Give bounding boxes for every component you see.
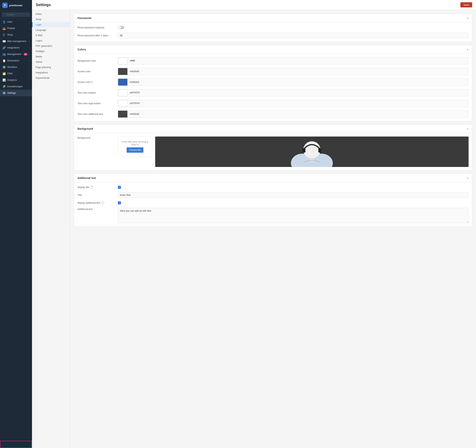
reset-regularly-toggle[interactable]: [118, 26, 124, 29]
display-title-checkbox[interactable]: ✓: [118, 186, 121, 189]
reset-days-input[interactable]: [118, 33, 469, 39]
page-title: Settings: [36, 3, 51, 7]
colors-title: Colors: [78, 48, 86, 51]
integrations-icon: 🔗: [2, 46, 6, 49]
search-container: 🔍: [0, 11, 32, 19]
sidebar-item-analytics[interactable]: 📊 Analytics ›: [0, 77, 32, 83]
passwords-section-header[interactable]: Passwords ∧: [74, 14, 472, 22]
sub-nav-page-planning[interactable]: Page planning: [32, 65, 70, 70]
sub-nav-logos[interactable]: Logos: [32, 38, 70, 43]
sub-nav-editor[interactable]: Editor: [32, 11, 70, 17]
search-input[interactable]: [2, 12, 30, 17]
display-additional-checkbox[interactable]: ✓: [118, 201, 121, 205]
background-section: Background ∧ Background Insert files her…: [74, 124, 472, 171]
sub-nav-experimental[interactable]: Experimental: [32, 75, 70, 81]
sub-nav-integrations[interactable]: Integrations: [32, 70, 70, 75]
chevron-right-icon: ›: [29, 79, 30, 81]
chevron-right-icon: ›: [29, 47, 30, 49]
accent-color-swatch: [118, 68, 128, 75]
save-button[interactable]: Save: [460, 2, 472, 7]
display-title-help-icon[interactable]: ?: [90, 186, 93, 189]
additional-text-section-header[interactable]: Additional text ∧: [74, 174, 472, 182]
sidebar-item-user[interactable]: 👤 User ›: [0, 19, 32, 25]
sidebar: P printformer 🔍 👤 User › 📤 Publish › 🛒 S…: [0, 0, 32, 448]
erweiterungen-icon: 🧩: [2, 85, 6, 88]
sub-nav-login[interactable]: Login: [32, 22, 70, 27]
chevron-right-icon: ›: [29, 27, 30, 29]
mail-icon: ✉️: [2, 40, 6, 43]
chevron-right-icon: ›: [29, 53, 30, 55]
sub-nav-shop[interactable]: Shop: [32, 17, 70, 22]
colors-section-header[interactable]: Colors ∧: [74, 45, 472, 54]
bg-color-row: Background color #ffffff: [78, 57, 469, 65]
sub-nav-language[interactable]: Language: [32, 27, 70, 33]
sub-nav-email[interactable]: E-Mail: [32, 33, 70, 38]
additional-text-textarea[interactable]: Here you can add an info text.: [118, 208, 469, 223]
passwords-collapse-icon: ∧: [467, 17, 469, 20]
svg-point-3: [303, 141, 320, 158]
text-textbox-display[interactable]: #FFFFFF: [118, 89, 469, 96]
text-login-btn-value: #FFFFFF: [128, 102, 142, 105]
settings-content: Passwords ∧ Reset password regularly Res…: [70, 10, 476, 448]
analytics-icon: 📊: [2, 78, 6, 82]
workflow-icon: ⚙️: [2, 66, 6, 69]
sidebar-item-declaration[interactable]: 📋 Declaration ›: [0, 57, 32, 64]
colors-section-body: Background color #ffffff Accent color #4…: [74, 54, 472, 121]
svg-rect-6: [310, 158, 314, 162]
text-textbox-label: Text color textbox: [78, 91, 116, 94]
sidebar-item-label: CMS: [7, 72, 28, 75]
sidebar-item-settings[interactable]: ⚙️ Settings: [0, 90, 32, 96]
additional-text-section: Additional text ∧ display title ? ✓: [74, 174, 472, 227]
additional-text-collapse-icon: ∧: [467, 177, 469, 179]
accent-color-label: Accent color: [78, 70, 116, 73]
colors-collapse-icon: ∧: [467, 48, 469, 51]
background-title: Background: [78, 127, 93, 130]
accent-color-display[interactable]: #454545: [118, 68, 469, 75]
text-textbox-value: #FFFFFF: [128, 91, 142, 94]
topbar: Settings Save: [32, 0, 476, 10]
sidebar-item-integrations[interactable]: 🔗 Integrations ›: [0, 44, 32, 51]
display-additional-help-icon[interactable]: ?: [101, 201, 104, 205]
chevron-right-icon: ›: [29, 34, 30, 36]
chevron-right-icon: ›: [29, 73, 30, 75]
background-section-header[interactable]: Background ∧: [74, 125, 472, 133]
bg-color-value: #ffffff: [128, 60, 137, 62]
additional-text-field-label: Additional text: [78, 208, 116, 210]
sidebar-item-management[interactable]: 👥 Management 21 ›: [0, 51, 32, 57]
display-additional-row: display additional text ? ✓: [78, 201, 469, 205]
text-login-btn-swatch: [118, 100, 128, 107]
choose-file-button[interactable]: Choose file: [127, 147, 143, 153]
sidebar-item-publish[interactable]: 📤 Publish ›: [0, 25, 32, 32]
sidebar-item-workflow[interactable]: ⚙️ Workflow ›: [0, 64, 32, 70]
text-login-btn-label: Text color login button: [78, 102, 116, 105]
reset-regularly-label: Reset password regularly: [78, 26, 116, 29]
sidebar-item-shop[interactable]: 🛒 Shop ›: [0, 32, 32, 38]
accent-color2-display[interactable]: #3362b3: [118, 78, 469, 86]
colors-section: Colors ∧ Background color #ffffff Acce: [74, 45, 472, 121]
text-additional-row: Text color additional text #454545: [78, 111, 469, 118]
title-field-label: Title: [78, 194, 116, 196]
title-input[interactable]: [118, 192, 469, 198]
sub-nav-pdf[interactable]: PDF generation: [32, 43, 70, 49]
text-login-btn-display[interactable]: #FFFFFF: [118, 100, 469, 107]
accent-color-row: Accent color #454545: [78, 68, 469, 75]
text-textbox-swatch: [118, 89, 128, 96]
drop-zone[interactable]: Insert files here via drag & drop or Cho…: [118, 137, 152, 157]
sub-nav-media[interactable]: Media: [32, 54, 70, 59]
reset-days-label: Reset password after X days *: [78, 34, 116, 37]
cms-icon: 🗂️: [2, 72, 6, 75]
background-row: Background Insert files here via drag & …: [78, 137, 469, 167]
accent-color2-label: Accent color 2: [78, 81, 116, 83]
sidebar-item-cms[interactable]: 🗂️ CMS ›: [0, 70, 32, 77]
sub-nav-admin[interactable]: Admin: [32, 59, 70, 65]
sidebar-item-label: Shop: [7, 33, 28, 36]
sidebar-item-label: User: [7, 21, 28, 23]
bg-color-display[interactable]: #ffffff: [118, 57, 469, 65]
text-additional-display[interactable]: #454545: [118, 111, 469, 118]
sidebar-item-erweiterungen[interactable]: 🧩 Erweiterungen: [0, 83, 32, 90]
additional-text-title: Additional text: [78, 177, 96, 179]
sidebar-highlight: [0, 441, 32, 448]
sidebar-item-mail[interactable]: ✉️ Mail management ›: [0, 38, 32, 44]
chevron-right-icon: ›: [29, 40, 30, 42]
sub-nav-preflight[interactable]: Preflight: [32, 49, 70, 54]
